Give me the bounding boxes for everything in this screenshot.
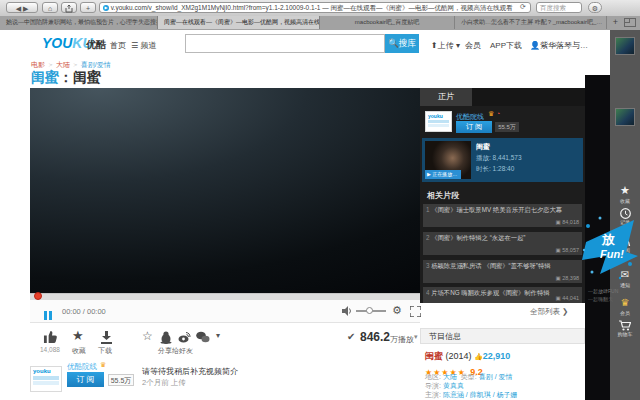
user-avatar[interactable] xyxy=(615,37,635,55)
uploader-thumb-bar xyxy=(33,376,59,380)
reload-icon[interactable]: ⟳ xyxy=(520,3,526,11)
favorite-star-icon[interactable]: ★ xyxy=(72,328,84,343)
related-item-2[interactable]: 2 《闺蜜》制作特辑之 “永远在一起” ▣ 58,057 xyxy=(423,232,582,255)
tab-overview-button[interactable] xyxy=(624,18,636,27)
type-value[interactable]: 喜剧 / 爱情 xyxy=(479,373,513,380)
add-tab-button[interactable]: + xyxy=(609,17,622,28)
channel-thumb-bar xyxy=(428,120,449,123)
video-description: 请等待我稍后补充视频简介 xyxy=(142,366,238,377)
volume-icon[interactable] xyxy=(342,306,352,316)
related-item-1[interactable]: 1 《闺蜜》瑞士取景MV 绝美音乐开启七夕恋大幕 ▣ 84,018 xyxy=(423,204,582,227)
nav-channels[interactable]: ☰ 频道 xyxy=(131,40,156,51)
tab-4-label: 小白求助…怎么看不了主屏 咋配？_macbookair吧_… xyxy=(461,19,602,25)
breadcrumb-movie[interactable]: 电影 xyxy=(31,61,45,68)
forward-icon[interactable]: ▶ xyxy=(23,5,28,12)
region-value[interactable]: 大陆 xyxy=(443,373,457,380)
program-title[interactable]: 闺蜜 xyxy=(425,351,443,361)
url-bar[interactable]: ▶ v.youku.com/v_show/id_XM2g1M1MyNjI0.ht… xyxy=(99,2,531,13)
views-number: 846.2 xyxy=(360,330,390,344)
volume-knob[interactable] xyxy=(366,307,373,314)
vip-link[interactable]: 会员 xyxy=(465,40,481,51)
upload-link[interactable]: ⬆上传 ▾ xyxy=(431,40,460,51)
now-playing-label: ▶ 正在播放… xyxy=(425,170,461,179)
side-cart-button[interactable]: 购物车 xyxy=(610,320,640,337)
now-playing-label-text: 正在播放… xyxy=(432,171,457,177)
side-vip-label: 会员 xyxy=(610,310,640,316)
title-link[interactable]: 闺蜜 xyxy=(31,69,59,85)
video-player[interactable] xyxy=(30,88,420,293)
widget-thumbnail[interactable] xyxy=(615,108,635,126)
breadcrumb-region[interactable]: 大陆 xyxy=(56,61,70,68)
progress-handle[interactable] xyxy=(34,292,42,300)
back-icon[interactable]: ◀ xyxy=(16,5,21,12)
related-3-index: 3 xyxy=(426,262,430,269)
crown-icon: ♛ xyxy=(488,110,494,118)
full-playlist-link[interactable]: 全部列表 ❯ xyxy=(530,307,568,317)
now-playing-duration: 时长: 1:28:40 xyxy=(476,165,514,174)
search-input[interactable] xyxy=(185,34,385,53)
sidebar-tabs: 正片 xyxy=(420,88,585,106)
progress-bar[interactable] xyxy=(30,293,420,300)
quick-search-field[interactable]: 百度搜索 xyxy=(536,2,582,13)
youku-logo[interactable]: YOUKU xyxy=(42,35,93,51)
now-playing-thumbnail: ▶ 正在播放… xyxy=(425,141,471,179)
related-item-3[interactable]: 3 杨颖陈意涵私房话 《闺蜜》“盖不够呀”特辑 ▣ 28,398 xyxy=(423,260,582,283)
tab-overview-icon xyxy=(625,19,630,23)
playlist-sidebar: 正片 youku 优酷院线 ♛ ◔ 订 阅 55.5万 ▶ 正在播放… 闺蜜 播… xyxy=(420,88,585,303)
pause-button[interactable] xyxy=(44,306,52,324)
player-settings-icon[interactable]: ⚙ xyxy=(392,304,402,317)
share-more-caret[interactable]: ▾ xyxy=(216,331,220,340)
player-controls: 00:00 / 00:00 ⚙ xyxy=(30,300,420,323)
tab-1-label: 她说—中国陷阱兼职网站，最怕临预告片，心理学失恋搜搜… xyxy=(6,19,158,25)
search-button-label: 搜库 xyxy=(399,38,416,48)
related-4-title: 片场不NG 嗨翻欢乐参观《闺蜜》制作特辑 xyxy=(431,289,549,296)
browser-settings-button[interactable]: ⚙ xyxy=(588,2,602,13)
download-icon[interactable] xyxy=(100,331,113,344)
fullscreen-icon[interactable] xyxy=(410,306,421,317)
channel-thumbnail[interactable]: youku xyxy=(425,111,452,132)
new-tab-button[interactable]: + xyxy=(80,2,96,13)
qq-share-icon[interactable] xyxy=(160,331,172,344)
screen: ◀ ▶ ⌂ + ▶ v.youku.com/v_show/id_XM2g1M1M… xyxy=(0,0,640,400)
tab-feature[interactable]: 正片 xyxy=(420,88,472,106)
uploader-subscribe-button[interactable]: 订 阅 xyxy=(67,372,104,387)
tab-3[interactable]: macbookair吧_百度贴吧 xyxy=(320,16,455,29)
share-button[interactable] xyxy=(61,2,77,13)
related-1-index: 1 xyxy=(426,206,430,213)
side-fav-label: 收藏 xyxy=(610,198,640,204)
thumbs-up-icon[interactable] xyxy=(43,330,58,344)
refresh-badge-icon: ◔ xyxy=(496,110,500,117)
tab-4[interactable]: 小白求助…怎么看不了主屏 咋配？_macbookair吧_… xyxy=(455,16,607,29)
side-vip-button[interactable]: ♛ 会员 xyxy=(610,292,640,316)
home-icon: ⌂ xyxy=(48,5,52,12)
weibo-share-icon[interactable] xyxy=(178,331,191,343)
uploader-thumb-bar2 xyxy=(33,381,59,385)
wechat-share-icon[interactable] xyxy=(196,331,210,343)
share-star-icon[interactable]: ☆ xyxy=(142,329,153,343)
full-playlist-label: 全部列表 xyxy=(530,307,560,316)
cast-value[interactable]: 陈意涵 / 薛凯琪 / 杨子姗 xyxy=(443,391,518,398)
upload-label: 上传 xyxy=(438,41,454,50)
search-button[interactable]: 🔍搜库 xyxy=(385,34,419,53)
director-value[interactable]: 黄真真 xyxy=(443,382,464,389)
breadcrumb-sep2: ＞ xyxy=(72,61,79,68)
nav-home[interactable]: 首页 xyxy=(110,40,126,51)
related-item-4[interactable]: 4 片场不NG 嗨翻欢乐参观《闺蜜》制作特辑 ▣ 44,041 xyxy=(423,287,582,303)
views-caret[interactable]: ▾ xyxy=(414,333,418,341)
side-fav-button[interactable]: ★ 收藏 xyxy=(610,180,640,204)
now-playing-item[interactable]: ▶ 正在播放… 闺蜜 播放: 8,441,573 时长: 1:28:40 xyxy=(422,138,583,182)
related-3-title: 杨颖陈意涵私房话 《闺蜜》“盖不够呀”特辑 xyxy=(431,262,550,269)
title-rest: ：闺蜜 xyxy=(59,69,101,85)
breadcrumb-genre[interactable]: 喜剧/爱情 xyxy=(81,61,111,68)
app-download-link[interactable]: APP下载 xyxy=(490,40,522,51)
uploader-thumbnail[interactable]: youku xyxy=(30,366,62,392)
tab-2-active[interactable]: 闺蜜—在线观看—《闺蜜》—电影—优酷网，视频高清在线观看 xyxy=(158,16,320,29)
nav-buttons[interactable]: ◀ ▶ xyxy=(6,2,38,13)
program-cast: 主演: 陈意涵 / 薛凯琪 / 杨子姗 xyxy=(425,390,518,400)
uploader-name[interactable]: 优酷院线 xyxy=(67,362,97,372)
user-menu[interactable]: 👤紫华落琴与… xyxy=(530,40,588,51)
subscribe-button[interactable]: 订 阅 xyxy=(456,121,492,133)
home-button[interactable]: ⌂ xyxy=(42,2,58,13)
tab-1[interactable]: 她说—中国陷阱兼职网站，最怕临预告片，心理学失恋搜搜… xyxy=(0,16,158,29)
program-info-tab[interactable]: 节目信息 xyxy=(420,328,585,344)
